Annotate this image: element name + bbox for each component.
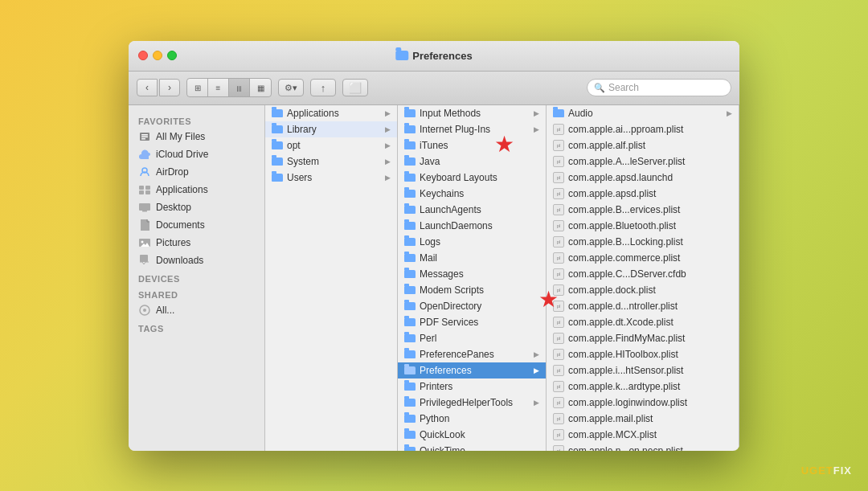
sidebar: Favorites All My Files iCloud Drive [129,105,265,451]
sidebar-item-pictures[interactable]: Pictures [129,234,264,252]
col3-audio[interactable]: Audio ▶ [547,105,739,121]
col3-plist-12[interactable]: pl com.apple.d...ntroller.plist [547,298,739,314]
arrange-button[interactable]: ⚙▾ [278,79,304,96]
maximize-button[interactable] [167,51,177,60]
col1-applications[interactable]: Applications ▶ [265,105,397,121]
col3-plist-10[interactable]: pl com.apple.C...DServer.cfdb [547,266,739,282]
col2-messages[interactable]: Messages [398,266,546,282]
col1-opt[interactable]: opt ▶ [265,137,397,153]
cover-view-button[interactable]: ▦ [250,79,271,96]
plist-icon: pl [553,284,564,296]
search-box[interactable]: 🔍 Search [587,79,731,96]
plist-icon: pl [553,333,564,344]
share-button[interactable]: ↑ [310,79,336,96]
sidebar-item-applications[interactable]: Applications [129,181,264,198]
col2-printers[interactable]: Printers [398,378,546,395]
col2-java[interactable]: Java [398,153,546,170]
col2-preferencepanes[interactable]: PreferencePanes ▶ [398,346,546,362]
sidebar-item-all-my-files[interactable]: All My Files [129,128,264,145]
pictures-label: Pictures [156,237,190,248]
col3-plist-8[interactable]: pl com.apple.B...Locking.plist [547,234,739,250]
col2-input-methods[interactable]: Input Methods ▶ [398,105,546,121]
col3-plist-13[interactable]: pl com.apple.dt.Xcode.plist [547,314,739,330]
col2-modem-scripts[interactable]: Modem Scripts [398,282,546,298]
col2-label: Perl [420,333,436,344]
col3-plist-2[interactable]: pl com.apple.alf.plist [547,137,739,153]
col3-plist-21[interactable]: pl com.apple.n...on.necp.plist [547,443,739,451]
col3-plist-17[interactable]: pl com.apple.k...ardtype.plist [547,378,739,395]
col2-keyboard-layouts[interactable]: Keyboard Layouts [398,170,546,186]
col1-users[interactable]: Users ▶ [265,170,397,186]
col3-label: com.apple.B...ervices.plist [568,204,680,215]
col2-launchdaemons[interactable]: LaunchDaemons [398,218,546,234]
col2-label: LaunchDaemons [420,220,493,231]
col3-plist-15[interactable]: pl com.apple.HIToolbox.plist [547,346,739,362]
minimize-button[interactable] [153,51,162,60]
col3-plist-19[interactable]: pl com.apple.mail.plist [547,411,739,427]
col3-plist-20[interactable]: pl com.apple.MCX.plist [547,427,739,443]
col2-privilegedhelpertools[interactable]: PrivilegedHelperTools ▶ [398,395,546,411]
folder-icon [404,350,416,358]
titlebar: Preferences [129,41,739,72]
desktop-label: Desktop [156,202,191,213]
tag-button[interactable]: ⬜ [342,79,368,96]
col2-label: LaunchAgents [420,204,481,215]
col2-launchagents[interactable]: LaunchAgents [398,202,546,218]
col3-plist-9[interactable]: pl com.apple.commerce.plist [547,250,739,266]
col3-plist-7[interactable]: pl com.apple.Bluetooth.plist [547,218,739,234]
back-button[interactable]: ‹ [137,79,158,96]
col3-label: com.apple.FindMyMac.plist [568,333,685,344]
col3-plist-11[interactable]: pl com.apple.dock.plist [547,282,739,298]
col2-quicktime[interactable]: QuickTime [398,443,546,451]
folder-icon [404,190,416,198]
col2-logs[interactable]: Logs [398,234,546,250]
col3-plist-1[interactable]: pl com.apple.ai...pproam.plist [547,121,739,137]
svg-rect-7 [139,190,144,194]
col2-keychains[interactable]: Keychains [398,186,546,202]
close-button[interactable] [138,51,148,60]
col1-applications-label: Applications [287,108,339,119]
col2-label: Modem Scripts [420,284,484,296]
column-3: Audio ▶ pl com.apple.ai...pproam.plist p… [547,105,739,451]
sidebar-item-desktop[interactable]: Desktop [129,198,264,216]
column-view-button[interactable]: ⫼ [229,79,250,96]
col2-opendirectory[interactable]: OpenDirectory [398,298,546,314]
sidebar-item-downloads[interactable]: Downloads [129,252,264,269]
col3-plist-14[interactable]: pl com.apple.FindMyMac.plist [547,330,739,346]
col2-mail[interactable]: Mail [398,250,546,266]
col3-plist-4[interactable]: pl com.apple.apsd.launchd [547,170,739,186]
folder-icon [272,174,283,182]
col2-pdf-services[interactable]: PDF Services [398,314,546,330]
sidebar-item-all-shared[interactable]: All... [129,301,264,319]
forward-button[interactable]: › [159,79,180,96]
sidebar-item-icloud[interactable]: iCloud Drive [129,145,264,163]
sidebar-item-documents[interactable]: Documents [129,216,264,234]
plist-icon: pl [553,124,564,135]
all-files-label: All My Files [156,131,205,142]
folder-icon [404,383,416,391]
col3-plist-6[interactable]: pl com.apple.B...ervices.plist [547,202,739,218]
col3-plist-16[interactable]: pl com.apple.i...htSensor.plist [547,362,739,378]
folder-icon [404,109,416,117]
col3-plist-5[interactable]: pl com.apple.apsd.plist [547,186,739,202]
col2-perl[interactable]: Perl [398,330,546,346]
col2-internet-plugins[interactable]: Internet Plug-Ins ▶ [398,121,546,137]
plist-icon: pl [553,252,564,264]
content-area: Favorites All My Files iCloud Drive [129,105,739,451]
icon-view-button[interactable]: ⊞ [187,79,208,96]
col2-label: Input Methods [420,108,481,119]
col3-plist-3[interactable]: pl com.apple.A...leServer.plist [547,153,739,170]
col2-python[interactable]: Python [398,411,546,427]
col2-preferences[interactable]: Preferences ▶ [398,362,546,378]
list-view-button[interactable]: ≡ [208,79,229,96]
plist-icon: pl [553,301,564,312]
col3-label: com.apple.MCX.plist [568,429,657,440]
sidebar-item-airdrop[interactable]: AirDrop [129,163,264,181]
col1-library[interactable]: Library ▶ [265,121,397,137]
col1-system[interactable]: System ▶ [265,153,397,170]
view-toggle: ⊞ ≡ ⫼ ▦ [186,78,272,97]
col3-plist-18[interactable]: pl com.apple.loginwindow.plist [547,395,739,411]
col2-itunes[interactable]: iTunes [398,137,546,153]
col2-quicklook[interactable]: QuickLook [398,427,546,443]
col3-label: com.apple.apsd.plist [568,188,656,199]
